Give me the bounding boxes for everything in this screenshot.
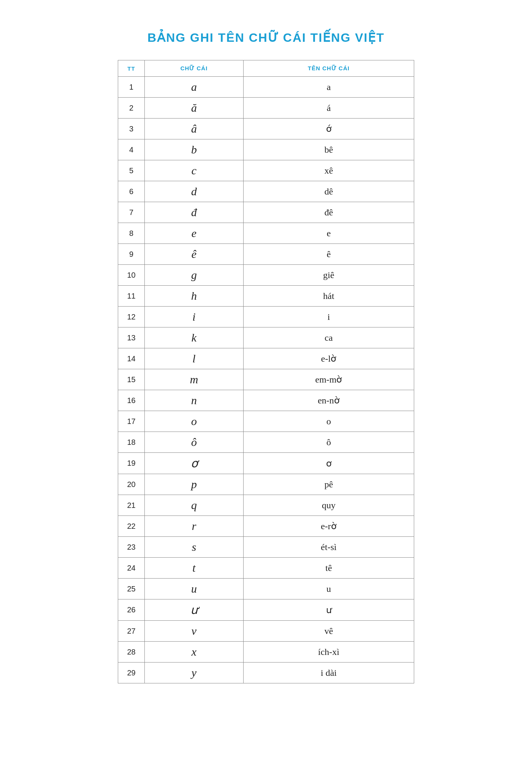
table-row: 6ddê <box>118 181 414 202</box>
cell-chu-cai: â <box>145 119 244 139</box>
table-row: 24ttê <box>118 558 414 579</box>
cell-ten-chu-cai: tê <box>244 558 414 579</box>
table-header-row: TT CHỮ CÁI TÊN CHỮ CÁI <box>118 60 414 77</box>
table-row: 11hhát <box>118 286 414 307</box>
cell-chu-cai: n <box>145 390 244 411</box>
table-row: 10ggiê <box>118 265 414 286</box>
table-row: 16nen-nờ <box>118 390 414 411</box>
cell-chu-cai: i <box>145 307 244 327</box>
cell-chu-cai: q <box>145 495 244 516</box>
cell-ten-chu-cai: ô <box>244 432 414 453</box>
cell-chu-cai: đ <box>145 202 244 223</box>
cell-tt: 27 <box>118 621 145 642</box>
cell-ten-chu-cai: i <box>244 307 414 327</box>
cell-ten-chu-cai: ư <box>244 599 414 621</box>
cell-ten-chu-cai: đê <box>244 202 414 223</box>
cell-tt: 21 <box>118 495 145 516</box>
cell-tt: 16 <box>118 390 145 411</box>
cell-chu-cai: l <box>145 348 244 369</box>
cell-ten-chu-cai: xê <box>244 160 414 181</box>
table-row: 9êê <box>118 244 414 265</box>
cell-chu-cai: h <box>145 286 244 307</box>
table-row: 13kca <box>118 327 414 348</box>
cell-ten-chu-cai: en-nờ <box>244 390 414 411</box>
cell-ten-chu-cai: giê <box>244 265 414 286</box>
cell-tt: 11 <box>118 286 145 307</box>
table-row: 27vvê <box>118 621 414 642</box>
table-row: 15mem-mờ <box>118 369 414 390</box>
cell-chu-cai: g <box>145 265 244 286</box>
cell-ten-chu-cai: e-rờ <box>244 516 414 537</box>
table-row: 28xích-xì <box>118 642 414 663</box>
cell-ten-chu-cai: dê <box>244 181 414 202</box>
cell-ten-chu-cai: ích-xì <box>244 642 414 663</box>
cell-chu-cai: m <box>145 369 244 390</box>
cell-chu-cai: p <box>145 474 244 495</box>
table-row: 21qquy <box>118 495 414 516</box>
cell-chu-cai: b <box>145 139 244 160</box>
cell-tt: 26 <box>118 599 145 621</box>
alphabet-table: TT CHỮ CÁI TÊN CHỮ CÁI 1aa2ăá3âớ4bbê5cxê… <box>118 60 414 683</box>
cell-ten-chu-cai: o <box>244 411 414 432</box>
cell-chu-cai: c <box>145 160 244 181</box>
col-header-chu-cai: CHỮ CÁI <box>145 60 244 77</box>
cell-tt: 25 <box>118 579 145 599</box>
cell-tt: 7 <box>118 202 145 223</box>
table-row: 18ôô <box>118 432 414 453</box>
col-header-ten-chu-cai: TÊN CHỮ CÁI <box>244 60 414 77</box>
table-row: 3âớ <box>118 119 414 139</box>
cell-tt: 6 <box>118 181 145 202</box>
cell-tt: 1 <box>118 77 145 98</box>
cell-tt: 28 <box>118 642 145 663</box>
cell-tt: 3 <box>118 119 145 139</box>
table-row: 17oo <box>118 411 414 432</box>
page-title: BẢNG GHI TÊN CHỮ CÁI TIẾNG VIỆT <box>118 30 414 45</box>
cell-ten-chu-cai: ét-sì <box>244 537 414 558</box>
cell-ten-chu-cai: ơ <box>244 453 414 474</box>
table-row: 19ơơ <box>118 453 414 474</box>
cell-ten-chu-cai: i dài <box>244 663 414 683</box>
cell-ten-chu-cai: hát <box>244 286 414 307</box>
cell-ten-chu-cai: bê <box>244 139 414 160</box>
cell-chu-cai: s <box>145 537 244 558</box>
cell-ten-chu-cai: em-mờ <box>244 369 414 390</box>
table-row: 12ii <box>118 307 414 327</box>
cell-chu-cai: u <box>145 579 244 599</box>
table-row: 4bbê <box>118 139 414 160</box>
cell-tt: 5 <box>118 160 145 181</box>
cell-chu-cai: ă <box>145 98 244 119</box>
table-row: 8ee <box>118 223 414 244</box>
cell-tt: 9 <box>118 244 145 265</box>
cell-tt: 10 <box>118 265 145 286</box>
cell-tt: 14 <box>118 348 145 369</box>
cell-ten-chu-cai: ê <box>244 244 414 265</box>
cell-tt: 24 <box>118 558 145 579</box>
cell-ten-chu-cai: ớ <box>244 119 414 139</box>
cell-ten-chu-cai: quy <box>244 495 414 516</box>
table-row: 20ppê <box>118 474 414 495</box>
cell-chu-cai: r <box>145 516 244 537</box>
cell-chu-cai: ư <box>145 599 244 621</box>
cell-ten-chu-cai: pê <box>244 474 414 495</box>
cell-chu-cai: k <box>145 327 244 348</box>
cell-chu-cai: v <box>145 621 244 642</box>
cell-tt: 19 <box>118 453 145 474</box>
cell-tt: 12 <box>118 307 145 327</box>
table-row: 23sét-sì <box>118 537 414 558</box>
page-container: BẢNG GHI TÊN CHỮ CÁI TIẾNG VIỆT TT CHỮ C… <box>95 15 437 699</box>
cell-chu-cai: a <box>145 77 244 98</box>
table-row: 7đđê <box>118 202 414 223</box>
table-row: 1aa <box>118 77 414 98</box>
table-row: 2ăá <box>118 98 414 119</box>
cell-ten-chu-cai: u <box>244 579 414 599</box>
cell-chu-cai: y <box>145 663 244 683</box>
table-row: 5cxê <box>118 160 414 181</box>
cell-chu-cai: x <box>145 642 244 663</box>
cell-ten-chu-cai: e-lờ <box>244 348 414 369</box>
cell-chu-cai: ơ <box>145 453 244 474</box>
cell-tt: 20 <box>118 474 145 495</box>
cell-tt: 23 <box>118 537 145 558</box>
table-row: 29yi dài <box>118 663 414 683</box>
cell-tt: 8 <box>118 223 145 244</box>
cell-ten-chu-cai: ca <box>244 327 414 348</box>
